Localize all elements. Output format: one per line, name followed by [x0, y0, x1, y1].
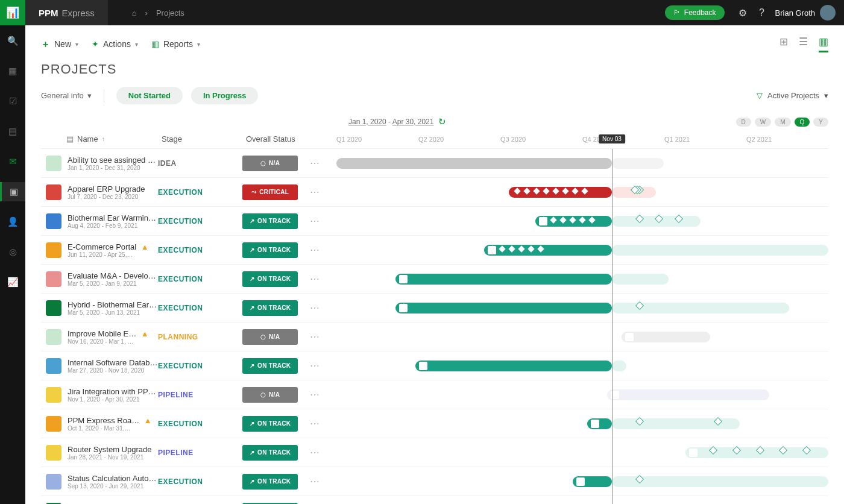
- reports-button[interactable]: ▥ Reports ▾: [151, 39, 200, 49]
- project-row[interactable]: E-Commerce Portal ▲ Jun 11, 2020 - Apr 2…: [41, 236, 828, 265]
- zoom-quarter[interactable]: Q: [795, 118, 810, 127]
- actions-button[interactable]: ✦ Actions ▾: [92, 39, 138, 49]
- zoom-week[interactable]: W: [755, 118, 771, 127]
- col-name[interactable]: ▤ Name ↑: [41, 134, 162, 143]
- home-icon[interactable]: ⌂: [132, 8, 137, 17]
- project-row[interactable]: Jira Integration with PP… Nov 1, 2020 - …: [41, 380, 828, 409]
- gantt-bar[interactable]: [612, 361, 626, 371]
- date-range[interactable]: Jan 1, 2020 - Apr 30, 2021: [348, 118, 433, 126]
- status-icon: ◌: [260, 391, 266, 398]
- zoom-day[interactable]: D: [736, 118, 751, 127]
- filter-in-progress[interactable]: In Progress: [191, 87, 259, 104]
- gantt-bar[interactable]: [395, 274, 612, 285]
- gantt-bar[interactable]: [612, 476, 828, 487]
- gantt-bar[interactable]: [612, 245, 828, 256]
- zoom-year[interactable]: Y: [813, 118, 828, 127]
- rail-globe-icon[interactable]: ◎: [0, 242, 25, 262]
- more-menu-icon[interactable]: ⋯: [306, 302, 324, 313]
- more-menu-icon[interactable]: ⋯: [306, 186, 324, 198]
- more-menu-icon[interactable]: ⋯: [306, 476, 324, 487]
- rail-people-icon[interactable]: 👤: [0, 212, 25, 232]
- general-info-dropdown[interactable]: General info ▾: [41, 91, 92, 100]
- gantt-bar[interactable]: [612, 158, 664, 169]
- project-name: Hybrid - Biothermal Ear…: [68, 300, 158, 309]
- view-list-icon[interactable]: ☰: [799, 36, 808, 52]
- status-icon: ◌: [260, 333, 266, 340]
- gantt-bar[interactable]: [535, 216, 611, 227]
- rail-dashboard-icon[interactable]: ▦: [0, 61, 25, 81]
- filter-not-started[interactable]: Not Started: [116, 87, 183, 104]
- refresh-icon[interactable]: ↻: [438, 116, 446, 127]
- range-end[interactable]: Apr 30, 2021: [392, 118, 434, 126]
- view-timeline-icon[interactable]: ▥: [819, 36, 828, 52]
- project-row[interactable]: Router System Upgrade Jan 28, 2021 - Nov…: [41, 438, 828, 467]
- user-menu[interactable]: Brian Groth: [775, 5, 836, 20]
- col-stage[interactable]: Stage: [162, 134, 246, 143]
- status-badge: ◌N/A: [242, 387, 298, 403]
- range-start[interactable]: Jan 1, 2020: [348, 118, 386, 126]
- status-icon: ↗: [250, 218, 254, 224]
- project-dates: Mar 5, 2020 - Jun 13, 2021: [68, 309, 158, 316]
- col-status[interactable]: Overall Status: [246, 134, 336, 143]
- project-name: E-Commerce Portal ▲: [68, 242, 158, 251]
- project-row[interactable]: Biothermal Ear Warmin… Aug 4, 2020 - Feb…: [41, 207, 828, 236]
- rail-chart-icon[interactable]: 📈: [0, 272, 25, 292]
- more-menu-icon[interactable]: ⋯: [306, 447, 324, 458]
- breadcrumb: ⌂ › Projects: [132, 8, 184, 17]
- project-dates: Jun 11, 2020 - Apr 25,…: [68, 251, 158, 258]
- more-menu-icon[interactable]: ⋯: [306, 215, 324, 227]
- active-projects-filter[interactable]: ▽ Active Projects ▾: [757, 91, 828, 100]
- view-grid-icon[interactable]: ⊞: [779, 36, 788, 52]
- more-menu-icon[interactable]: ⋯: [306, 389, 324, 400]
- actions-label: Actions: [103, 39, 131, 49]
- gantt-bar[interactable]: [607, 389, 769, 400]
- more-menu-icon[interactable]: ⋯: [306, 157, 324, 169]
- status-icon: ↗: [250, 449, 254, 456]
- gantt-bar[interactable]: [622, 332, 710, 342]
- more-menu-icon[interactable]: ⋯: [306, 418, 324, 429]
- gantt-bar[interactable]: [484, 245, 612, 256]
- breadcrumb-section[interactable]: Projects: [156, 8, 184, 17]
- rail-projects-icon[interactable]: ▣: [0, 182, 25, 201]
- project-stage: EXECUTION: [158, 362, 242, 370]
- gantt-bar[interactable]: [612, 274, 669, 285]
- zoom-month[interactable]: M: [775, 118, 790, 127]
- more-menu-icon[interactable]: ⋯: [306, 331, 324, 342]
- gantt-bar[interactable]: [415, 361, 612, 371]
- rail-check-icon[interactable]: ☑: [0, 92, 25, 111]
- today-line: [612, 438, 613, 467]
- more-menu-icon[interactable]: ⋯: [306, 273, 324, 285]
- project-row[interactable]: Apparel ERP Upgrade Jul 7, 2020 - Dec 23…: [41, 178, 828, 207]
- project-row[interactable]: Improve Mobile E… ▲ Nov 16, 2020 - Mar 1…: [41, 323, 828, 351]
- app-brand[interactable]: PPM Express: [25, 0, 108, 25]
- project-row[interactable]: Training Program Plann… Aug 30, 2020 - A…: [41, 496, 828, 504]
- app-logo[interactable]: 📊: [0, 0, 25, 25]
- gantt-bar[interactable]: [336, 158, 612, 169]
- more-menu-icon[interactable]: ⋯: [306, 360, 324, 371]
- project-row[interactable]: PPM Express Roa… ▲ Oct 1, 2020 - Mar 31,…: [41, 409, 828, 438]
- project-stage: EXECUTION: [158, 217, 242, 225]
- rail-search-icon[interactable]: 🔍: [0, 31, 25, 51]
- chevron-down-icon: ▾: [135, 41, 138, 48]
- project-icon: [46, 300, 61, 316]
- project-row[interactable]: Evaluate M&A - Develo… Mar 5, 2020 - Jan…: [41, 265, 828, 294]
- gantt-bar[interactable]: [395, 303, 612, 313]
- project-row[interactable]: Ability to see assinged … Jan 1, 2020 - …: [41, 149, 828, 178]
- gantt-bar[interactable]: [587, 418, 612, 429]
- quarter-label: Q1 2021: [664, 136, 746, 143]
- rail-inbox-icon[interactable]: ✉: [0, 152, 25, 171]
- feedback-button[interactable]: 🏳 Feedback: [665, 5, 725, 20]
- settings-icon[interactable]: ⚙: [733, 7, 752, 19]
- project-row[interactable]: Hybrid - Biothermal Ear… Mar 5, 2020 - J…: [41, 294, 828, 323]
- more-menu-icon[interactable]: ⋯: [306, 244, 324, 256]
- rail-report-icon[interactable]: ▤: [0, 122, 25, 141]
- new-button[interactable]: ＋ New ▾: [41, 39, 78, 50]
- help-icon[interactable]: ?: [752, 7, 772, 18]
- status-badge: ⤳CRITICAL: [242, 184, 298, 200]
- breadcrumb-sep: ›: [145, 8, 148, 17]
- gantt-bar[interactable]: [509, 187, 612, 198]
- project-row[interactable]: Internal Software Datab… Mar 27, 2020 - …: [41, 351, 828, 380]
- status-badge: ↗ON TRACK: [242, 242, 298, 258]
- project-row[interactable]: Status Calculation Auto… Sep 13, 2020 - …: [41, 467, 828, 496]
- gantt-bar[interactable]: [573, 476, 612, 487]
